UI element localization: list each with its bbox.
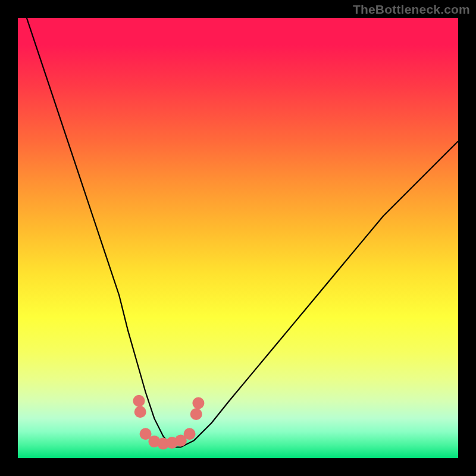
chart-frame: TheBottleneck.com [0,0,476,476]
data-marker [134,406,146,418]
curve-svg [18,18,458,458]
watermark-text: TheBottleneck.com [353,2,470,17]
bottleneck-curve [27,18,458,447]
data-marker [133,395,145,407]
data-marker [184,428,196,440]
curve-path [27,18,458,447]
data-marker [190,408,202,420]
plot-area [18,18,458,458]
data-marker [192,397,204,409]
